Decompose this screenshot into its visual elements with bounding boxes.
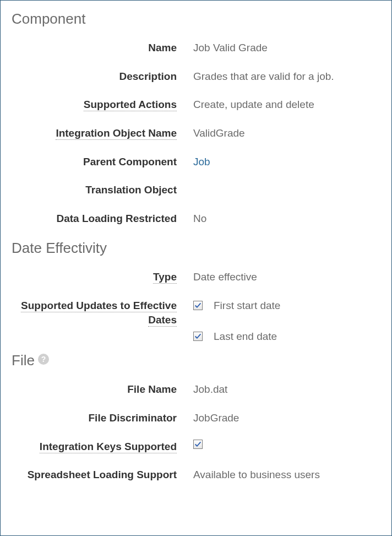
checkmark-icon (194, 441, 202, 448)
row-supported-updates: Supported Updates to Effective Dates Fir… (12, 299, 380, 343)
row-description: Description Grades that are valid for a … (12, 69, 380, 84)
row-parent-component: Parent Component Job (12, 155, 380, 169)
row-file-discriminator: File Discriminator JobGrade (12, 411, 380, 425)
label-supported-actions: Supported Actions (12, 98, 193, 112)
checkbox-label: First start date (214, 299, 280, 313)
value-spreadsheet-loading-support: Available to business users (193, 468, 380, 482)
row-spreadsheet-loading-support: Spreadsheet Loading Support Available to… (12, 468, 380, 482)
label-parent-component: Parent Component (12, 155, 193, 169)
label-supported-updates: Supported Updates to Effective Dates (12, 299, 193, 327)
checkmark-icon (194, 302, 202, 309)
value-type: Date effective (193, 270, 380, 284)
row-supported-actions: Supported Actions Create, update and del… (12, 98, 380, 112)
label-name: Name (12, 41, 193, 55)
value-integration-object-name: ValidGrade (193, 126, 380, 140)
value-file-discriminator: JobGrade (193, 411, 380, 425)
value-supported-updates: First start date Last end date (193, 299, 380, 343)
section-title-file: File ? (12, 352, 380, 369)
label-description: Description (12, 69, 193, 84)
row-translation-object: Translation Object (12, 183, 380, 197)
value-integration-keys-supported (193, 440, 380, 449)
checkbox-label: Last end date (214, 329, 277, 344)
row-data-loading-restricted: Data Loading Restricted No (12, 212, 380, 226)
value-parent-component[interactable]: Job (193, 155, 380, 169)
checkbox-last-end-date[interactable]: Last end date (193, 329, 380, 344)
checkbox-icon[interactable] (193, 440, 203, 449)
row-type: Type Date effective (12, 270, 380, 284)
value-description: Grades that are valid for a job. (193, 69, 380, 84)
value-name: Job Valid Grade (193, 41, 380, 55)
label-type: Type (12, 270, 193, 284)
file-title-text: File (12, 352, 35, 369)
row-name: Name Job Valid Grade (12, 41, 380, 55)
label-translation-object: Translation Object (12, 183, 193, 197)
row-integration-keys-supported: Integration Keys Supported (12, 440, 380, 454)
row-integration-object-name: Integration Object Name ValidGrade (12, 126, 380, 140)
checkbox-icon[interactable] (193, 332, 203, 341)
label-data-loading-restricted: Data Loading Restricted (12, 212, 193, 226)
row-file-name: File Name Job.dat (12, 382, 380, 397)
value-supported-actions: Create, update and delete (193, 98, 380, 112)
help-icon[interactable]: ? (38, 354, 49, 365)
label-integration-keys-supported: Integration Keys Supported (12, 440, 193, 454)
parent-component-link[interactable]: Job (193, 155, 380, 169)
label-integration-object-name: Integration Object Name (12, 126, 193, 140)
checkbox-integration-keys[interactable] (193, 440, 380, 449)
checkbox-first-start-date[interactable]: First start date (193, 299, 380, 313)
section-title-component: Component (12, 10, 380, 28)
checkbox-icon[interactable] (193, 301, 203, 310)
label-file-discriminator: File Discriminator (12, 411, 193, 425)
label-file-name: File Name (12, 382, 193, 397)
section-title-date-effectivity: Date Effectivity (12, 240, 380, 257)
value-file-name: Job.dat (193, 382, 380, 397)
label-spreadsheet-loading-support: Spreadsheet Loading Support (12, 468, 193, 482)
checkmark-icon (194, 333, 202, 340)
value-data-loading-restricted: No (193, 212, 380, 226)
